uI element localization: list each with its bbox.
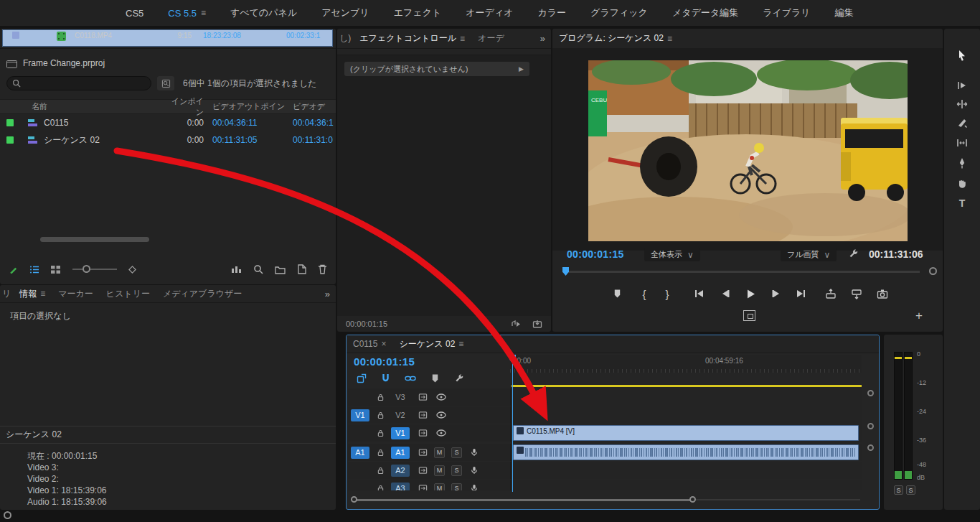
mute-button[interactable]: M (434, 465, 445, 476)
mark-in-icon[interactable]: { (637, 286, 651, 301)
sync-lock-icon[interactable] (418, 429, 428, 437)
timeline-timecode[interactable]: 00:00:01:15 (354, 355, 415, 368)
scrollbar-thumb[interactable] (352, 499, 692, 501)
track-lock-icon[interactable] (375, 484, 385, 491)
label-color-chip[interactable] (6, 136, 14, 144)
project-file-row[interactable]: Frame Change.prproj (0, 55, 336, 72)
search-input[interactable] (6, 76, 151, 90)
scrollbar-left-knob[interactable] (351, 496, 357, 503)
add-marker-icon[interactable] (430, 373, 440, 383)
tab-clip-c0115[interactable]: C0115 × (347, 335, 393, 353)
settings-wrench-icon[interactable] (848, 248, 859, 259)
eye-icon[interactable] (436, 393, 446, 401)
step-forward-icon[interactable] (769, 286, 783, 301)
project-horizontal-scrollbar[interactable] (0, 236, 336, 243)
automate-to-sequence-icon[interactable] (231, 264, 242, 274)
add-marker-icon[interactable] (610, 286, 624, 301)
zoom-level-select[interactable]: 全体表示 ∨ (644, 248, 700, 261)
slip-tool[interactable] (944, 134, 980, 152)
sync-lock-icon[interactable] (418, 484, 428, 490)
program-scrubber[interactable] (558, 266, 937, 276)
tab-markers[interactable]: マーカー (52, 285, 100, 302)
collapse-icon[interactable]: ▶ (519, 65, 524, 73)
tab-program-monitor[interactable]: プログラム: シーケンス 02 ≡ (552, 29, 679, 48)
mark-out-icon[interactable]: } (660, 286, 674, 301)
label-color-chip[interactable] (6, 119, 14, 126)
source-patch-empty[interactable] (351, 483, 369, 491)
mute-button[interactable]: M (434, 483, 445, 491)
timeline-ruler[interactable]: 00:00 00:04:59:16 (510, 355, 862, 373)
workspace-tab-cs55[interactable]: CS 5.5 ≡ (156, 8, 218, 19)
source-patch-empty[interactable] (351, 427, 369, 439)
panel-menu-icon[interactable]: ≡ (458, 339, 463, 349)
program-timecode[interactable]: 00:00:01:15 (567, 248, 624, 260)
source-patch-a1[interactable]: A1 (351, 447, 369, 459)
snap-icon[interactable] (381, 373, 390, 383)
insert-as-nest-icon[interactable] (357, 373, 367, 383)
track-v3-lane[interactable] (510, 388, 862, 406)
panel-menu-icon[interactable]: ≡ (40, 289, 45, 299)
vertical-scrollbar-knob[interactable] (867, 444, 874, 451)
panel-menu-icon[interactable]: ≡ (667, 34, 672, 44)
track-a1-lane[interactable] (510, 444, 862, 461)
playhead-marker[interactable] (562, 267, 569, 276)
workspace-tab-assembly[interactable]: アセンブリ (309, 6, 382, 19)
export-frame-icon[interactable] (532, 320, 542, 329)
search-filter-button[interactable] (157, 76, 174, 90)
track-target-v2[interactable]: V2 (391, 409, 410, 421)
track-lock-icon[interactable] (375, 466, 385, 475)
solo-left-button[interactable]: S (894, 485, 903, 495)
effect-controls-clip-header[interactable]: (クリップが選択されていません) ▶ (344, 62, 529, 76)
tab-effect-controls[interactable]: エフェクトコントロール ≡ (353, 29, 471, 48)
workspace-tab-libraries[interactable]: ライブラリ (750, 6, 823, 19)
workspace-tab-metadata[interactable]: メタデータ編集 (660, 6, 750, 19)
program-video-frame[interactable]: CEBU (588, 60, 908, 241)
sync-status-icon[interactable] (4, 511, 11, 519)
new-bin-icon[interactable] (275, 265, 286, 274)
track-lock-icon[interactable] (375, 429, 385, 438)
track-target-a3[interactable]: A3 (391, 483, 410, 491)
table-row[interactable]: シーケンス 02 0:00 00:11:31:05 00:11:31:0 (0, 131, 336, 149)
column-in-point[interactable]: インポイン (164, 96, 204, 118)
find-icon[interactable] (253, 264, 263, 274)
partial-tab[interactable]: リ (0, 288, 13, 300)
timeline-horizontal-scrollbar[interactable] (351, 496, 860, 503)
track-v2-lane[interactable] (510, 406, 862, 424)
workspace-tab-editing[interactable]: 編集 (823, 6, 866, 19)
track-a3-lane[interactable] (510, 480, 862, 490)
hand-tool[interactable] (944, 174, 980, 192)
workspace-tab-effects[interactable]: エフェクト (382, 6, 454, 19)
sync-lock-icon[interactable] (418, 393, 428, 401)
panel-overflow-icon[interactable]: » (319, 289, 336, 299)
timeline-settings-wrench-icon[interactable] (454, 373, 464, 383)
voiceover-record-mic-icon[interactable] (471, 465, 478, 475)
solo-button[interactable]: S (451, 465, 462, 476)
track-lock-icon[interactable] (375, 411, 385, 420)
eye-icon[interactable] (436, 411, 446, 419)
tab-history[interactable]: ヒストリー (100, 285, 156, 302)
fx-badge[interactable] (517, 447, 524, 454)
track-v1-lane[interactable]: C0115.MP4 [V] (510, 424, 862, 442)
workspace-tab-color[interactable]: カラー (525, 6, 578, 19)
extract-icon[interactable] (849, 286, 864, 301)
audio-clip-c0115[interactable] (513, 444, 859, 460)
zoom-slider-knob[interactable] (83, 265, 90, 273)
selection-tool[interactable] (944, 46, 980, 65)
close-icon[interactable]: × (381, 339, 386, 349)
source-patch-empty[interactable] (351, 391, 369, 404)
source-patch-empty[interactable] (351, 465, 369, 477)
go-to-out-icon[interactable] (793, 286, 808, 301)
track-select-forward-tool[interactable] (944, 76, 980, 95)
go-to-in-icon[interactable] (692, 286, 706, 301)
track-target-a1[interactable]: A1 (391, 447, 410, 459)
column-name[interactable]: 名前 (0, 101, 164, 112)
workspace-tab-all-panels[interactable]: すべてのパネル (218, 6, 309, 19)
vertical-scrollbar-knob[interactable] (867, 390, 874, 396)
pen-tool[interactable] (944, 154, 980, 172)
razor-tool[interactable] (944, 113, 980, 132)
column-video-out-point[interactable]: ビデオアウトポイン (204, 101, 287, 112)
track-target-v1[interactable]: V1 (391, 427, 410, 439)
list-view-icon[interactable] (29, 265, 39, 274)
trash-icon[interactable] (318, 264, 327, 274)
eye-icon[interactable] (436, 429, 446, 437)
